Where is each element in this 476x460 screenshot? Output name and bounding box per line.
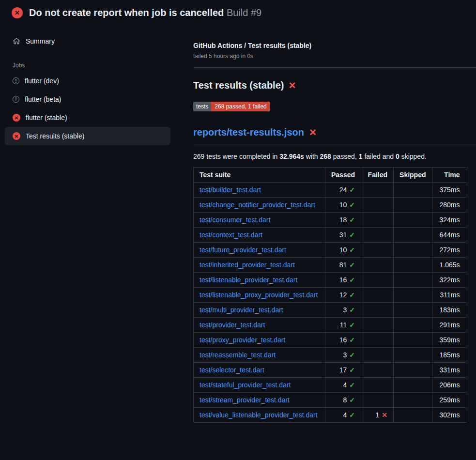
test-suite-link[interactable]: test/consumer_test.dart [200, 216, 270, 224]
table-row: test/provider_test.dart11✓291ms [194, 318, 466, 333]
failed-x-icon: ✕ [288, 80, 296, 91]
test-suite-link[interactable]: test/context_test.dart [200, 231, 262, 239]
pass-check-icon: ✓ [349, 231, 355, 239]
column-header: Skipped [394, 168, 432, 183]
report-file-link[interactable]: reports/test-results.json [193, 127, 304, 138]
test-time: 324ms [432, 213, 466, 228]
pass-check-icon: ✓ [349, 381, 355, 389]
sidebar-job-item[interactable]: !flutter (beta) [5, 90, 170, 108]
pass-check-icon: ✓ [349, 321, 355, 329]
sidebar-job-item[interactable]: ✕Test results (stable) [5, 127, 170, 145]
job-label: flutter (dev) [25, 77, 59, 85]
table-row: test/value_listenable_provider_test.dart… [194, 408, 466, 423]
pass-check-icon: ✓ [349, 261, 355, 269]
test-suite-link[interactable]: test/reassemble_test.dart [200, 351, 276, 359]
column-header: Test suite [194, 168, 325, 183]
pass-check-icon: ✓ [349, 306, 355, 314]
table-row: test/multi_provider_test.dart3✓183ms [194, 303, 466, 318]
pass-check-icon: ✓ [349, 396, 355, 404]
pass-check-icon: ✓ [349, 201, 355, 209]
pass-check-icon: ✓ [349, 366, 355, 374]
test-suite-link[interactable]: test/future_provider_test.dart [200, 246, 286, 254]
test-time: 1.065s [432, 258, 466, 273]
test-time: 644ms [432, 228, 466, 243]
tests-summary-text: 269 tests were completed in 32.964s with… [193, 153, 476, 160]
test-suite-link[interactable]: test/selector_test.dart [200, 366, 264, 374]
job-label: flutter (stable) [26, 114, 67, 122]
test-time: 291ms [432, 318, 466, 333]
job-cancelled-icon: ! [13, 77, 19, 84]
test-suite-link[interactable]: test/stateful_provider_test.dart [200, 381, 291, 389]
test-time: 280ms [432, 198, 466, 213]
main-content: GitHub Actions / Test results (stable) f… [182, 24, 476, 423]
job-label: Test results (stable) [26, 132, 84, 140]
test-suite-link[interactable]: test/listenable_provider_test.dart [200, 276, 297, 284]
job-failed-icon: ✕ [13, 132, 20, 140]
tests-badge-value: 268 passed, 1 failed [211, 102, 270, 111]
sidebar-item-summary[interactable]: Summary [5, 32, 170, 50]
run-header: ✕ Do not create report when job is cance… [0, 0, 476, 24]
test-suite-link[interactable]: test/inherited_provider_test.dart [200, 261, 295, 269]
job-failed-icon: ✕ [13, 114, 20, 122]
pass-check-icon: ✓ [349, 411, 355, 419]
divider [193, 67, 476, 68]
pass-check-icon: ✓ [349, 246, 355, 254]
test-suite-link[interactable]: test/builder_test.dart [200, 186, 261, 194]
pass-check-icon: ✓ [349, 291, 355, 299]
sidebar-summary-label: Summary [26, 37, 55, 45]
tests-badge-label: tests [193, 102, 211, 111]
section-title-text: Test results (stable) [193, 80, 284, 91]
column-header: Time [432, 168, 466, 183]
test-time: 375ms [432, 183, 466, 198]
table-row: test/listenable_proxy_provider_test.dart… [194, 288, 466, 303]
table-row: test/context_test.dart31✓644ms [194, 228, 466, 243]
pass-check-icon: ✓ [349, 351, 355, 359]
table-row: test/inherited_provider_test.dart81✓1.06… [194, 258, 466, 273]
section-title: Test results (stable) ✕ [193, 80, 476, 91]
column-header: Passed [325, 168, 361, 183]
test-suite-link[interactable]: test/multi_provider_test.dart [200, 306, 283, 314]
breadcrumb: GitHub Actions / Test results (stable) [193, 42, 476, 49]
test-suite-link[interactable]: test/change_notifier_provider_test.dart [200, 201, 315, 209]
test-time: 331ms [432, 363, 466, 378]
test-time: 322ms [432, 273, 466, 288]
table-row: test/builder_test.dart24✓375ms [194, 183, 466, 198]
job-label: flutter (beta) [25, 95, 61, 103]
sidebar: Summary Jobs !flutter (dev)!flutter (bet… [0, 24, 182, 145]
build-number: Build #9 [227, 7, 261, 18]
test-time: 206ms [432, 378, 466, 393]
page-title: Do not create report when job is cancell… [29, 7, 261, 18]
test-time: 311ms [432, 288, 466, 303]
test-time: 183ms [432, 303, 466, 318]
run-failed-icon: ✕ [12, 7, 23, 18]
test-suite-link[interactable]: test/value_listenable_provider_test.dart [200, 411, 318, 419]
table-row: test/consumer_test.dart18✓324ms [194, 213, 466, 228]
test-suite-link[interactable]: test/listenable_proxy_provider_test.dart [200, 291, 318, 299]
sidebar-job-item[interactable]: !flutter (dev) [5, 72, 170, 90]
column-header: Failed [361, 168, 394, 183]
table-row: test/stateful_provider_test.dart4✓206ms [194, 378, 466, 393]
job-cancelled-icon: ! [13, 96, 19, 103]
test-suite-link[interactable]: test/stream_provider_test.dart [200, 396, 290, 404]
test-results-table: Test suitePassedFailedSkippedTimetest/bu… [193, 167, 466, 423]
test-time: 185ms [432, 348, 466, 363]
table-row: test/stream_provider_test.dart8✓259ms [194, 393, 466, 408]
table-row: test/proxy_provider_test.dart16✓359ms [194, 333, 466, 348]
fail-x-icon: ✕ [382, 411, 387, 419]
test-suite-link[interactable]: test/provider_test.dart [200, 321, 265, 329]
table-row: test/reassemble_test.dart3✓185ms [194, 348, 466, 363]
jobs-list: !flutter (dev)!flutter (beta)✕flutter (s… [5, 72, 170, 145]
run-title-text: Do not create report when job is cancell… [29, 7, 224, 18]
test-suite-link[interactable]: test/proxy_provider_test.dart [200, 336, 285, 344]
run-meta: failed 5 hours ago in 0s [193, 53, 476, 60]
sidebar-job-item[interactable]: ✕flutter (stable) [5, 108, 170, 127]
pass-check-icon: ✓ [349, 216, 355, 224]
test-time: 272ms [432, 243, 466, 258]
table-row: test/listenable_provider_test.dart16✓322… [194, 273, 466, 288]
test-time: 359ms [432, 333, 466, 348]
tests-badge: tests 268 passed, 1 failed [193, 102, 270, 111]
test-time: 259ms [432, 393, 466, 408]
table-row: test/selector_test.dart17✓331ms [194, 363, 466, 378]
pass-check-icon: ✓ [349, 336, 355, 344]
pass-check-icon: ✓ [349, 186, 355, 194]
